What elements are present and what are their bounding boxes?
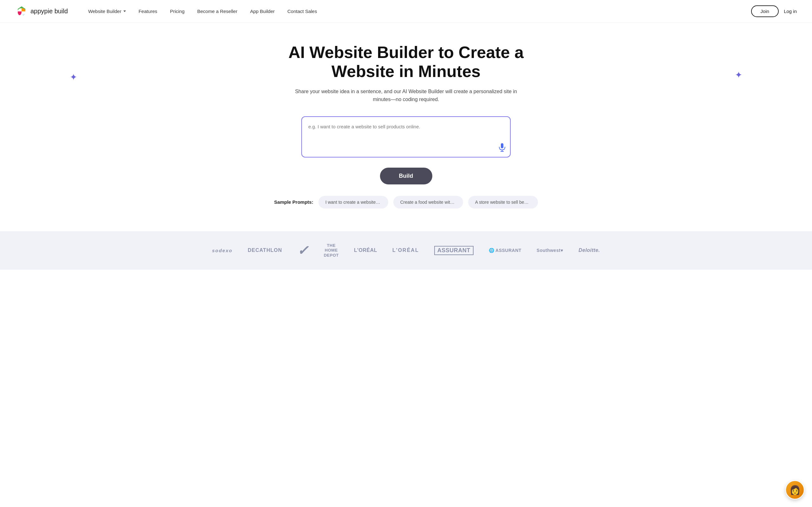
brand-sodexo: sodexo — [212, 248, 233, 253]
sample-prompts-label: Sample Prompts: — [274, 199, 313, 205]
join-button[interactable]: Join — [751, 5, 779, 17]
nav-app-builder[interactable]: App Builder — [245, 6, 280, 16]
brands-section: sodexo DECATHLON ✓ THEHOMEDEPOT L'ORÉAL … — [0, 231, 812, 270]
sparkle-left-icon: ✦ — [70, 72, 77, 82]
brand-accenture: L'ORÉAL — [354, 247, 377, 253]
brand-nhs: ASSURANT — [434, 246, 473, 255]
build-button[interactable]: Build — [380, 168, 432, 184]
sample-prompt-3[interactable]: A store website to sell beautiful... — [468, 196, 538, 209]
sparkle-right-icon: ✦ — [735, 70, 742, 80]
logo-text: appypie build — [31, 8, 68, 15]
hero-section: ✦ ✦ AI Website Builder to Create a Websi… — [0, 23, 812, 224]
hero-subtitle: Share your website idea in a sentence, a… — [295, 88, 517, 104]
brand-assurant: 🌐 ASSURANT — [489, 248, 521, 253]
brand-deloitte: Deloitte. — [578, 247, 600, 253]
nav-links: Website Builder Features Pricing Become … — [83, 6, 751, 16]
microphone-button[interactable] — [499, 143, 506, 154]
logo-icon — [15, 5, 28, 18]
prompt-input-container — [301, 116, 511, 159]
logo[interactable]: appypie build — [15, 5, 68, 18]
nav-features[interactable]: Features — [134, 6, 162, 16]
hero-title: AI Website Builder to Create a Website i… — [279, 43, 533, 81]
brand-southwest: Southwest♥ — [537, 248, 563, 253]
prompt-input[interactable] — [301, 116, 511, 158]
svg-rect-0 — [501, 143, 503, 148]
nav-pricing[interactable]: Pricing — [165, 6, 190, 16]
nav-website-builder[interactable]: Website Builder — [83, 6, 131, 16]
brand-decathlon: DECATHLON — [248, 247, 282, 253]
brand-home-depot: THEHOMEDEPOT — [324, 243, 339, 258]
sample-prompt-1[interactable]: I want to create a website to se... — [318, 196, 388, 209]
brand-loreal: L'ORÉAL — [392, 247, 419, 253]
nav-contact[interactable]: Contact Sales — [282, 6, 322, 16]
login-button[interactable]: Log in — [784, 9, 797, 14]
chevron-down-icon — [123, 10, 126, 12]
navbar: appypie build Website Builder Features P… — [0, 0, 812, 23]
nav-reseller[interactable]: Become a Reseller — [192, 6, 243, 16]
nav-actions: Join Log in — [751, 5, 797, 17]
sample-prompts-section: Sample Prompts: I want to create a websi… — [274, 196, 538, 209]
sample-prompt-2[interactable]: Create a food website with all s... — [393, 196, 463, 209]
chat-avatar-button[interactable]: 👩 — [785, 481, 804, 499]
microphone-icon — [499, 143, 506, 152]
brand-nike: ✓ — [297, 243, 309, 258]
